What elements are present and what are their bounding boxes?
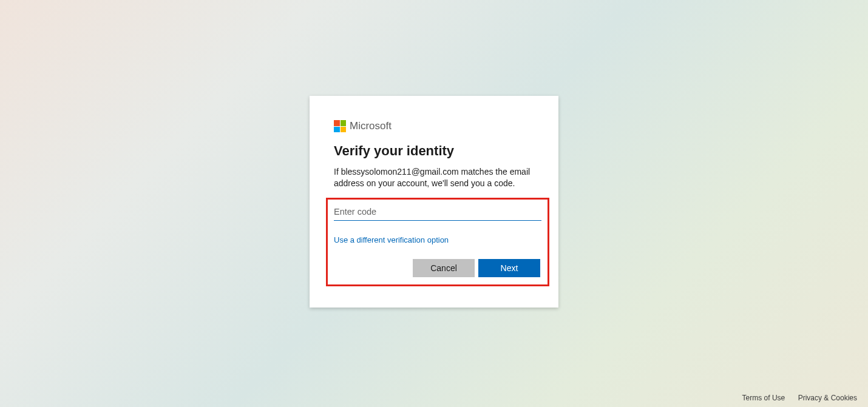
footer-links: Terms of Use Privacy & Cookies bbox=[731, 394, 857, 402]
next-button[interactable]: Next bbox=[478, 259, 540, 277]
highlighted-form-region: Use a different verification option Canc… bbox=[326, 198, 549, 286]
verify-identity-card: Microsoft Verify your identity If blessy… bbox=[310, 96, 558, 308]
terms-of-use-link[interactable]: Terms of Use bbox=[742, 394, 785, 402]
brand-name: Microsoft bbox=[350, 120, 392, 132]
microsoft-logo-icon bbox=[334, 120, 346, 132]
instruction-text: If blessysolomon211@gmail.com matches th… bbox=[334, 166, 534, 189]
code-input[interactable] bbox=[334, 204, 541, 221]
cancel-button[interactable]: Cancel bbox=[413, 259, 475, 277]
button-row: Cancel Next bbox=[334, 259, 541, 277]
page-title: Verify your identity bbox=[334, 143, 534, 159]
brand-row: Microsoft bbox=[334, 120, 534, 132]
different-verification-link[interactable]: Use a different verification option bbox=[334, 235, 449, 244]
privacy-cookies-link[interactable]: Privacy & Cookies bbox=[798, 394, 857, 402]
